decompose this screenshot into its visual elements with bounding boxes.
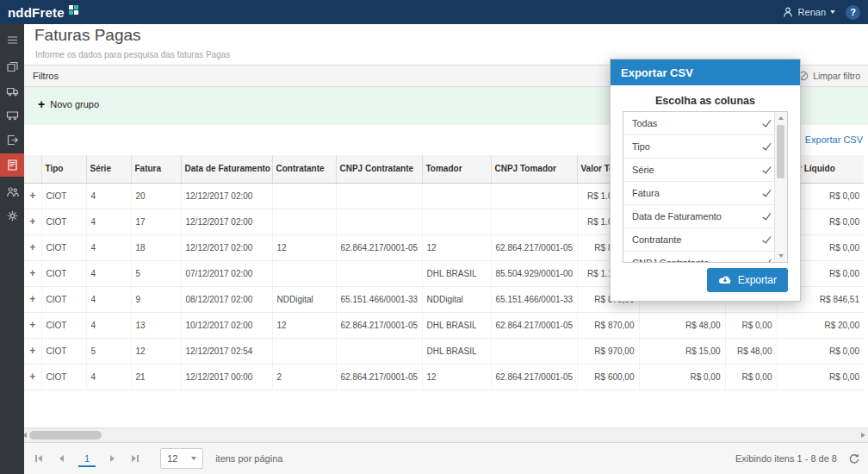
row-expand-button[interactable]: +: [29, 215, 35, 228]
sidebar-item-fleet[interactable]: [0, 103, 24, 127]
export-option-label: Contratante: [632, 234, 681, 245]
column-header[interactable]: Série: [86, 155, 131, 183]
trailer-icon: [6, 109, 19, 122]
export-option[interactable]: Data de Faturamento: [623, 205, 787, 228]
table-cell: 4: [86, 364, 131, 390]
sidebar-item-users[interactable]: [0, 180, 24, 203]
row-expand-button[interactable]: +: [29, 319, 35, 331]
check-icon: [762, 211, 771, 221]
sidebar: [0, 24, 24, 474]
pager-controls: 1 12 itens por página: [33, 448, 282, 469]
invoice-icon: [6, 159, 19, 172]
row-expand-button[interactable]: +: [29, 241, 35, 253]
row-expand-button[interactable]: +: [29, 267, 35, 279]
page-subtitle: Informe os dados para pesquisa das fatur…: [35, 50, 230, 59]
table-row: +CIOT42112/12/2017 00:00262.864.217/0001…: [24, 364, 864, 390]
export-option[interactable]: Tipo: [623, 135, 787, 159]
brand-logo[interactable]: nddFrete: [8, 5, 78, 20]
scroll-up-arrow[interactable]: [778, 116, 784, 120]
horizontal-scrollbar[interactable]: [24, 427, 868, 442]
first-page-button[interactable]: [33, 452, 45, 465]
user-name: Renan: [798, 7, 826, 17]
table-cell: R$ 0,00: [777, 338, 864, 364]
sidebar-item-settings[interactable]: [0, 204, 24, 228]
prev-page-button[interactable]: [57, 452, 66, 465]
table-cell: [272, 260, 336, 286]
user-menu[interactable]: Renan: [782, 6, 835, 18]
table-cell: 62.864.217/0001-05: [491, 312, 577, 338]
pager-status: Exibindo itens 1 - 8 de 8: [735, 452, 859, 465]
table-cell: 5: [86, 338, 131, 364]
column-header[interactable]: Contratante: [272, 155, 336, 183]
help-button[interactable]: ?: [846, 5, 860, 20]
table-cell: CIOT: [41, 286, 86, 312]
current-page[interactable]: 1: [78, 451, 96, 467]
person-icon: [782, 6, 794, 18]
scrollbar-thumb[interactable]: [29, 431, 102, 440]
row-expand-button[interactable]: +: [29, 190, 35, 202]
column-header[interactable]: Tomador: [422, 155, 491, 183]
sidebar-item-menu[interactable]: [0, 28, 24, 52]
row-expand-button[interactable]: +: [29, 293, 35, 305]
check-icon: [762, 141, 771, 151]
export-option[interactable]: CNPJ Contratante: [623, 252, 787, 263]
refresh-button[interactable]: [847, 452, 859, 465]
scroll-down-arrow[interactable]: [778, 254, 784, 258]
export-option-label: Data de Faturamento: [632, 211, 722, 221]
export-option[interactable]: Contratante: [623, 228, 787, 252]
table-cell: [272, 338, 336, 364]
column-header[interactable]: Fatura: [131, 155, 181, 183]
row-expand-button[interactable]: +: [29, 345, 35, 357]
table-cell: 62.864.217/0001-05: [491, 234, 577, 260]
table-cell: 4: [86, 260, 131, 286]
column-header[interactable]: CNPJ Tomador: [491, 155, 577, 183]
table-cell: 07/12/2017 02:00: [181, 260, 272, 286]
table-cell: 5: [131, 260, 181, 286]
table-cell: CIOT: [41, 338, 86, 364]
page-size-select[interactable]: 12: [160, 448, 203, 469]
export-option[interactable]: Série: [623, 159, 787, 182]
dialog-scrollbar[interactable]: [774, 112, 787, 262]
table-cell: 12: [131, 338, 181, 364]
sidebar-item-truck[interactable]: [0, 79, 24, 103]
sidebar-item-faturas[interactable]: [0, 153, 24, 177]
table-cell: [491, 209, 577, 234]
table-cell: 20: [131, 183, 181, 209]
page-size-label: itens por página: [215, 453, 282, 464]
topbar: nddFrete Renan ?: [0, 0, 868, 24]
table-cell: R$ 48,00: [639, 312, 725, 338]
column-header[interactable]: Data de Faturamento: [181, 155, 272, 183]
column-header[interactable]: CNPJ Contratante: [336, 155, 422, 183]
hamburger-menu-icon: [6, 34, 19, 47]
row-expand-button[interactable]: +: [29, 371, 35, 383]
last-page-button[interactable]: [129, 452, 141, 465]
table-cell: 62.864.217/0001-05: [491, 364, 577, 390]
export-option[interactable]: Fatura: [623, 182, 787, 205]
clear-filter-button[interactable]: Limpar filtro: [790, 65, 868, 86]
table-cell: 4: [86, 183, 131, 209]
export-button[interactable]: Exportar: [707, 268, 788, 292]
export-option-label: Tipo: [632, 141, 650, 152]
export-option[interactable]: Todas: [623, 112, 787, 135]
dialog-header[interactable]: Exportar CSV: [611, 59, 800, 85]
dialog-scrollbar-thumb[interactable]: [777, 125, 784, 178]
column-header[interactable]: Tipo: [41, 155, 86, 183]
table-cell: 85.504.929/0001-00: [491, 260, 577, 286]
scroll-right-arrow[interactable]: [861, 433, 865, 438]
column-options-box: TodasTipoSérieFaturaData de FaturamentoC…: [623, 111, 788, 263]
sidebar-item-exit[interactable]: [0, 128, 24, 152]
sidebar-item-documents[interactable]: [0, 55, 24, 78]
export-button-label: Exportar: [738, 274, 777, 286]
new-group-button[interactable]: + Novo grupo: [38, 99, 99, 109]
table-cell: CIOT: [41, 183, 86, 209]
table-cell: 9: [131, 286, 181, 312]
next-page-button[interactable]: [108, 452, 117, 465]
gear-icon: [6, 209, 19, 222]
table-cell: R$ 15,00: [639, 338, 725, 364]
check-icon: [762, 258, 771, 263]
table-cell: R$ 0,00: [725, 364, 777, 390]
export-csv-label: Exportar CSV: [805, 134, 863, 145]
table-cell: 17: [131, 209, 181, 234]
scroll-left-arrow[interactable]: [24, 433, 27, 438]
table-cell: DHL BRASIL: [422, 338, 491, 364]
